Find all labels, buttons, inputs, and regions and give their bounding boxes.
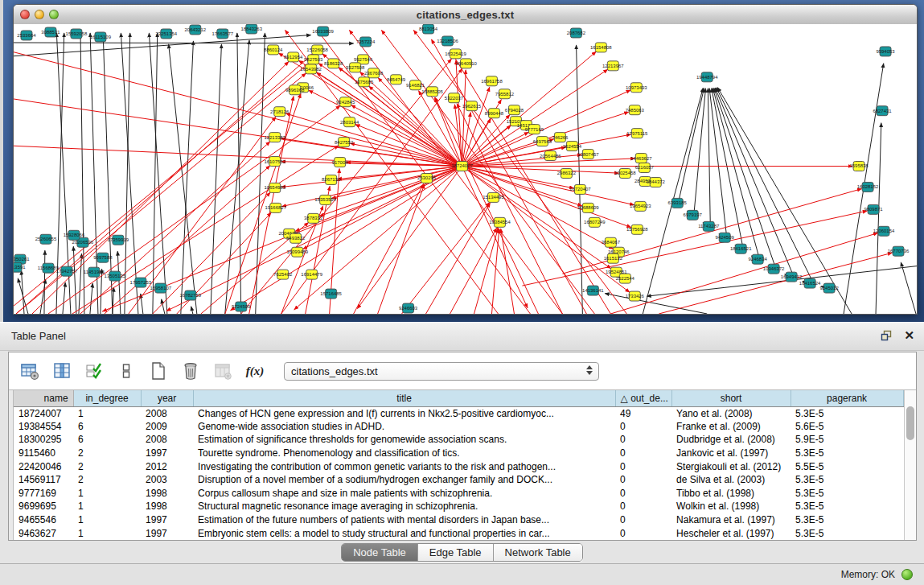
cell-name[interactable]: 9465546 <box>14 513 73 527</box>
network-node[interactable]: 5322037 <box>445 93 464 103</box>
network-node[interactable]: 16099489 <box>286 247 308 257</box>
cell-title[interactable]: Embryonic stem cells: a model to study s… <box>193 526 615 540</box>
cell-in-degree[interactable]: 2 <box>73 447 141 460</box>
zoom-window-icon[interactable] <box>49 10 59 19</box>
network-node[interactable]: 15226058 <box>306 45 328 55</box>
cell-name[interactable]: 14569117 <box>14 473 73 487</box>
cell-short[interactable]: Tibbo et al. (1998) <box>671 487 791 501</box>
network-node[interactable]: 16154808 <box>590 43 612 52</box>
cell-short[interactable]: Jankovic et al. (1997) <box>671 447 791 460</box>
network-node[interactable]: 14136141 <box>582 286 604 295</box>
network-node[interactable]: 2718126 <box>270 107 290 117</box>
cell-out-degree[interactable]: 0 <box>615 459 671 473</box>
cell-in-degree[interactable]: 1 <box>73 487 141 501</box>
network-node[interactable]: 10946372 <box>763 264 785 274</box>
table-vertical-scrollbar[interactable] <box>904 390 916 540</box>
network-node[interactable]: 8427552 <box>335 138 354 147</box>
network-node[interactable]: 9724509 <box>232 302 251 311</box>
cell-short[interactable]: Hescheler et al. (1997) <box>671 526 791 540</box>
cell-out-degree[interactable]: 0 <box>615 526 671 540</box>
cell-in-degree[interactable]: 1 <box>73 406 141 420</box>
cell-title[interactable]: Investigating the contribution of common… <box>193 459 615 473</box>
column-header-out-degree[interactable]: △ out_de... <box>615 390 671 406</box>
network-node[interactable]: 17957253 <box>130 278 152 287</box>
network-node[interactable]: 12060154 <box>873 226 895 236</box>
table-row[interactable]: 1830029562008Estimation of significance … <box>14 433 903 447</box>
cell-pagerank[interactable]: 5.3E-5 <box>791 447 903 460</box>
cell-in-degree[interactable]: 1 <box>73 513 141 527</box>
cell-in-degree[interactable]: 2 <box>73 473 141 487</box>
network-node[interactable]: 2367608 <box>364 68 384 78</box>
cell-pagerank[interactable]: 5.3E-5 <box>791 473 903 487</box>
cell-in-degree[interactable]: 2 <box>73 459 141 473</box>
network-node[interactable]: 8860124 <box>264 45 283 55</box>
cell-year[interactable]: 2003 <box>141 473 193 487</box>
table-row[interactable]: 946362711997Embryonic stem cells: a mode… <box>14 526 903 540</box>
network-node[interactable]: 2087682 <box>567 28 586 38</box>
scrollbar-thumb[interactable] <box>906 406 914 440</box>
cell-title[interactable]: Disruption of a novel member of a sodium… <box>193 473 615 487</box>
network-node[interactable]: 10025458 <box>614 169 636 179</box>
network-node[interactable]: 15716485 <box>320 289 342 299</box>
network-node[interactable]: 2533664 <box>17 31 36 40</box>
cell-pagerank[interactable]: 5.5E-5 <box>791 459 903 473</box>
column-header-in-degree[interactable]: in_degree <box>73 390 141 406</box>
column-header-title[interactable]: title <box>193 390 615 406</box>
cell-year[interactable]: 2012 <box>141 459 193 473</box>
network-node[interactable]: 16720407 <box>569 184 591 194</box>
table-row[interactable]: 946554611997Estimation of the future num… <box>14 513 903 527</box>
close-panel-icon[interactable]: ✕ <box>904 329 914 342</box>
network-node[interactable]: 9827503 <box>304 55 323 64</box>
cell-pagerank[interactable]: 5.3E-5 <box>791 513 903 527</box>
network-node[interactable]: 9809871 <box>864 204 883 214</box>
table-column-icon[interactable] <box>51 360 73 382</box>
table-row[interactable]: 969969511998Structural magnetic resonanc… <box>14 500 903 513</box>
cell-year[interactable]: 1997 <box>141 526 193 540</box>
cell-short[interactable]: Stergiakouli et al. (2012) <box>671 459 791 473</box>
cell-title[interactable]: Corpus callosum shape and size in male p… <box>193 487 615 501</box>
network-node[interactable]: 16807249 <box>584 217 606 227</box>
cell-out-degree[interactable]: 0 <box>615 513 671 527</box>
network-node[interactable]: 917004 <box>332 158 349 167</box>
network-node[interactable]: 10807457 <box>577 150 599 159</box>
cell-short[interactable]: Franke et al. (2009) <box>671 420 791 434</box>
cell-pagerank[interactable]: 5.3E-5 <box>791 526 903 540</box>
cell-title[interactable]: Structural magnetic resonance image aver… <box>193 500 615 513</box>
network-node[interactable]: 6216057 <box>635 163 655 173</box>
network-node[interactable]: 6393185 <box>668 198 688 208</box>
cell-short[interactable]: Nakamura et al. (1997) <box>671 513 791 527</box>
table-row[interactable]: 2242004622012Investigating the contribut… <box>14 459 903 473</box>
cell-pagerank[interactable]: 5.6E-5 <box>791 420 903 434</box>
cell-name[interactable]: 22420046 <box>14 459 73 473</box>
network-node[interactable]: 9594053 <box>876 47 895 56</box>
minimize-window-icon[interactable] <box>35 10 44 19</box>
cell-out-degree[interactable]: 0 <box>615 447 671 460</box>
column-header-name[interactable]: name <box>14 390 73 406</box>
network-node[interactable]: 1595838 <box>849 162 869 171</box>
table-selector-dropdown[interactable]: citations_edges.txt <box>284 362 599 381</box>
network-node[interactable]: 2986322 <box>557 169 577 179</box>
cell-short[interactable]: Dudbridge et al. (2008) <box>671 433 791 447</box>
new-document-icon[interactable] <box>147 360 170 382</box>
network-node[interactable]: 18843263 <box>240 24 262 34</box>
network-node[interactable]: 13505135 <box>105 271 126 281</box>
network-node[interactable]: 2530295 <box>417 173 437 183</box>
cell-name[interactable]: 9463627 <box>14 526 73 540</box>
network-node[interactable]: 19384554 <box>489 217 511 227</box>
network-node[interactable]: 15592058 <box>66 29 88 39</box>
cell-short[interactable]: Wolkin et al. (1998) <box>671 500 791 513</box>
network-node[interactable]: 16325419 <box>445 49 466 59</box>
network-node[interactable]: 19448794 <box>696 72 718 82</box>
network-node[interactable]: 19166827 <box>265 203 286 212</box>
cell-out-degree[interactable]: 0 <box>615 433 671 447</box>
network-node[interactable]: 19654923 <box>630 201 651 211</box>
network-node[interactable]: 12213383 <box>264 133 285 142</box>
cell-year[interactable]: 2009 <box>141 420 193 434</box>
cell-name[interactable]: 9115460 <box>14 447 73 460</box>
network-node[interactable]: 25260655 <box>35 234 57 244</box>
network-node[interactable]: 3684067 <box>602 237 621 247</box>
network-node[interactable]: 16782759 <box>180 290 202 300</box>
function-icon[interactable]: f(x) <box>244 360 266 382</box>
network-node[interactable]: 8186328 <box>324 59 343 68</box>
cell-short[interactable]: de Silva et al. (2003) <box>671 473 791 487</box>
